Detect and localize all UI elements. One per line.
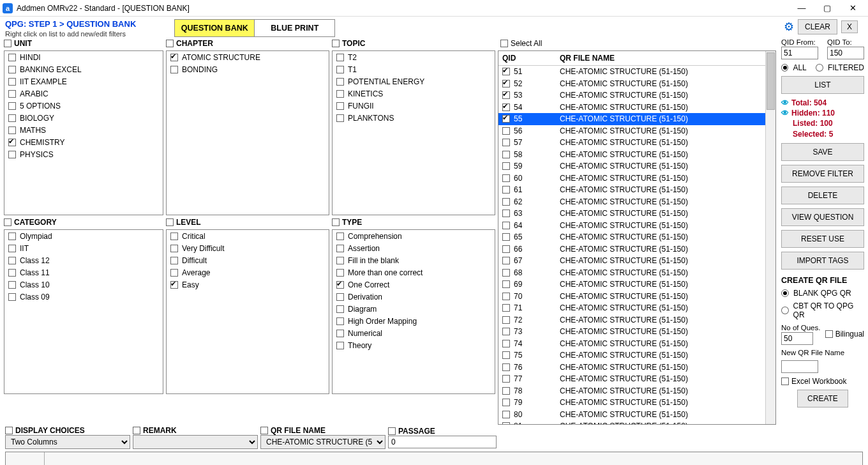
view-question-button[interactable]: VIEW QUESTION [781,208,864,226]
list-item[interactable]: ARABIC [4,88,163,100]
checkbox[interactable] [336,66,344,73]
checkbox[interactable] [336,54,344,61]
checkbox[interactable] [336,257,344,264]
table-row[interactable]: 65CHE-ATOMIC STRUCTURE (51-150) [498,231,775,243]
no-ques-input[interactable] [781,332,813,345]
table-row[interactable]: 61CHE-ATOMIC STRUCTURE (51-150) [498,184,775,196]
list-item[interactable]: Numerical [333,327,495,339]
list-item[interactable]: KINETICS [333,88,495,100]
table-row[interactable]: 71CHE-ATOMIC STRUCTURE (51-150) [498,302,775,314]
checkbox[interactable] [502,328,510,335]
checkbox[interactable] [336,232,344,240]
checkbox[interactable] [502,210,510,217]
list-item[interactable]: ATOMIC STRUCTURE [167,51,329,63]
category-all-checkbox[interactable] [4,218,11,226]
table-row[interactable]: 58CHE-ATOMIC STRUCTURE (51-150) [498,149,775,161]
close-icon[interactable]: ✕ [846,3,859,13]
table-row[interactable]: 51CHE-ATOMIC STRUCTURE (51-150) [498,66,775,78]
checkbox[interactable] [8,102,16,110]
checkbox[interactable] [336,269,344,277]
list-item[interactable]: MATHS [4,124,163,136]
maximize-icon[interactable]: ▢ [821,3,834,13]
checkbox[interactable] [336,305,344,313]
checkbox[interactable] [8,139,16,146]
checkbox[interactable] [502,387,510,395]
minimize-icon[interactable]: — [795,3,808,13]
checkbox[interactable] [170,281,178,289]
table-row[interactable]: 63CHE-ATOMIC STRUCTURE (51-150) [498,208,775,220]
checkbox[interactable] [502,257,510,264]
chapter-list[interactable]: ATOMIC STRUCTUREBONDING [166,50,329,215]
chapter-all-checkbox[interactable] [166,40,174,47]
table-row[interactable]: 60CHE-ATOMIC STRUCTURE (51-150) [498,172,775,185]
table-row[interactable]: 52CHE-ATOMIC STRUCTURE (51-150) [498,78,775,90]
table-row[interactable]: 67CHE-ATOMIC STRUCTURE (51-150) [498,255,775,267]
list-item[interactable]: IIT [4,242,163,254]
qid-table[interactable]: QID QR FILE NAME 51CHE-ATOMIC STRUCTURE … [498,50,776,425]
bilingual-checkbox[interactable] [825,330,833,338]
display-choices-checkbox[interactable] [5,427,13,434]
list-item[interactable]: High Order Mapping [333,315,495,327]
checkbox[interactable] [336,114,344,122]
list-item[interactable]: One Correct [333,278,495,291]
checkbox[interactable] [502,162,510,170]
checkbox[interactable] [8,66,16,73]
checkbox[interactable] [502,103,510,111]
checkbox[interactable] [502,375,510,383]
save-button[interactable]: SAVE [781,143,864,161]
checkbox[interactable] [502,80,510,88]
table-row[interactable]: 73CHE-ATOMIC STRUCTURE (51-150) [498,326,775,338]
checkbox[interactable] [502,399,510,406]
list-item[interactable]: Comprehension [333,230,495,242]
remove-filter-button[interactable]: REMOVE FILTER [781,165,864,183]
checkbox[interactable] [336,330,344,337]
checkbox[interactable] [336,293,344,301]
checkbox[interactable] [502,245,510,253]
table-row[interactable]: 66CHE-ATOMIC STRUCTURE (51-150) [498,243,775,255]
checkbox[interactable] [336,78,344,86]
list-item[interactable]: Assertion [333,242,495,254]
display-choices-select[interactable]: Two Columns [5,435,130,449]
checkbox[interactable] [502,411,510,418]
qid-to-input[interactable] [827,47,864,59]
checkbox[interactable] [502,293,510,300]
checkbox[interactable] [8,269,16,277]
list-item[interactable]: Theory [333,339,495,351]
table-row[interactable]: 74CHE-ATOMIC STRUCTURE (51-150) [498,338,775,350]
radio-blank-qpg[interactable] [781,289,789,297]
table-row[interactable]: 79CHE-ATOMIC STRUCTURE (51-150) [498,397,775,409]
list-item[interactable]: Average [167,266,329,278]
checkbox[interactable] [502,422,510,425]
list-item[interactable]: T2 [333,51,495,63]
reset-use-button[interactable]: RESET USE [781,230,864,248]
qrfile-select[interactable]: CHE-ATOMIC STRUCTURE (51-150) [260,435,385,449]
remark-select[interactable] [133,435,258,449]
create-button[interactable]: CREATE [797,390,848,408]
checkbox[interactable] [336,102,344,110]
delete-button[interactable]: DELETE [781,187,864,204]
checkbox[interactable] [502,316,510,324]
table-row[interactable]: 76CHE-ATOMIC STRUCTURE (51-150) [498,362,775,374]
x-button[interactable]: X [841,20,858,33]
checkbox[interactable] [170,269,178,277]
table-row[interactable]: 54CHE-ATOMIC STRUCTURE (51-150) [498,102,775,114]
table-row[interactable]: 72CHE-ATOMIC STRUCTURE (51-150) [498,314,775,326]
table-row[interactable]: 68CHE-ATOMIC STRUCTURE (51-150) [498,267,775,279]
checkbox[interactable] [8,281,16,289]
list-item[interactable]: HINDI [4,51,163,63]
checkbox[interactable] [8,54,16,61]
list-item[interactable]: BONDING [167,63,329,75]
tab-question-bank[interactable]: QUESTION BANK [174,19,255,37]
select-all-checkbox[interactable] [500,40,508,47]
tab-blue-print[interactable]: BLUE PRINT [255,19,335,37]
level-list[interactable]: CriticalVery DifficultDifficultAverageEa… [166,229,329,394]
checkbox[interactable] [8,293,16,301]
table-row[interactable]: 62CHE-ATOMIC STRUCTURE (51-150) [498,196,775,208]
excel-checkbox[interactable] [781,377,789,385]
table-row[interactable]: 59CHE-ATOMIC STRUCTURE (51-150) [498,160,775,172]
list-item[interactable]: Class 11 [4,266,163,278]
list-item[interactable]: Class 10 [4,278,163,291]
table-row[interactable]: 57CHE-ATOMIC STRUCTURE (51-150) [498,137,775,149]
table-row[interactable]: 55CHE-ATOMIC STRUCTURE (51-150) [498,113,775,125]
table-row[interactable]: 56CHE-ATOMIC STRUCTURE (51-150) [498,125,775,137]
